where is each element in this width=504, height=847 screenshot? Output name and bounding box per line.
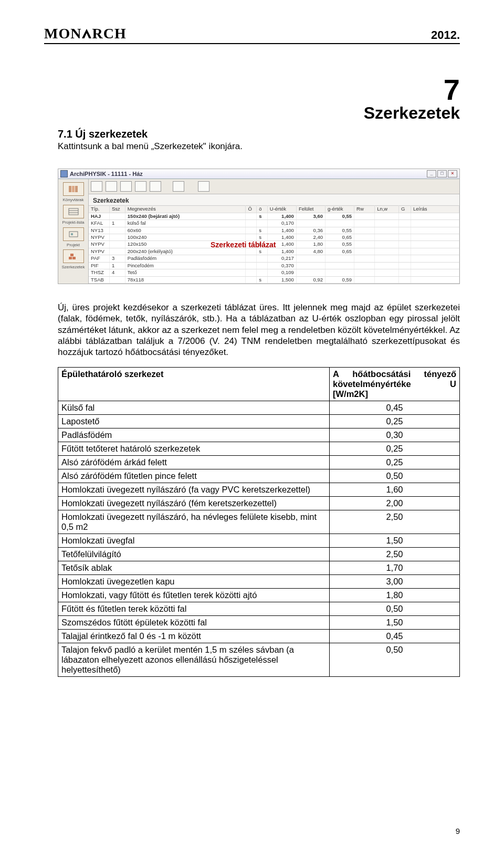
table-cell: [411, 276, 459, 283]
table-cell: NYPV: [89, 234, 109, 240]
table-row: Talajon fekvő padló a kerület mentén 1,5…: [58, 643, 460, 677]
logo: MON RCH: [44, 25, 127, 42]
table-cell: 0,55: [326, 241, 354, 248]
table-cell: [411, 269, 459, 276]
col-header[interactable]: Leírás: [411, 206, 459, 213]
sidebar-label: Projekt-lista: [62, 221, 85, 225]
table-row[interactable]: KFAL1külső fal0,170: [89, 220, 459, 227]
col-header[interactable]: G: [399, 206, 411, 213]
table-row: Fűtött és fűtetlen terek közötti fal0,50: [58, 602, 460, 616]
table-cell: s: [257, 227, 268, 234]
col-header[interactable]: Ö: [246, 206, 257, 213]
req-name-cell: Padlásfödém: [58, 428, 330, 442]
toolbar-open-button[interactable]: [120, 181, 132, 192]
table-cell: [399, 213, 411, 219]
col-header[interactable]: Ssz: [109, 206, 125, 213]
table-cell: 0,370: [267, 262, 296, 269]
table-cell: 0,92: [296, 276, 325, 283]
req-name-cell: Alsó zárófödém árkád felett: [58, 456, 330, 469]
table-cell: [375, 227, 399, 234]
table-cell: 1,400: [267, 213, 296, 219]
col-header[interactable]: Típ.: [89, 206, 109, 213]
sidebar-item-projekt[interactable]: [63, 227, 84, 241]
req-value-cell: 3,00: [330, 575, 460, 589]
header-year: 2012.: [431, 28, 460, 42]
chapter-title: Szerkezetek: [58, 103, 460, 123]
table-cell: [246, 255, 257, 262]
table-row: Homlokzati üvegezetlen kapu3,00: [58, 575, 460, 589]
table-cell: [399, 269, 411, 276]
req-value-cell: 2,50: [330, 510, 460, 534]
col-header[interactable]: U-érték: [267, 206, 296, 213]
close-button[interactable]: ×: [448, 170, 457, 177]
page-header: MON RCH 2012.: [44, 25, 460, 44]
table-cell: [411, 220, 459, 227]
table-cell: [354, 255, 375, 262]
logo-a-icon: [81, 28, 92, 39]
col-header[interactable]: Ln,w: [375, 206, 399, 213]
table-row: Homlokzati, vagy fűtött és fűtetlen tere…: [58, 589, 460, 602]
table-cell: PIF: [89, 262, 109, 269]
toolbar-print-button[interactable]: [135, 181, 146, 192]
minimize-button[interactable]: _: [427, 170, 436, 177]
table-row[interactable]: HAJ150x240 (bejárati ajtó)s1,4003,600,55: [89, 213, 459, 219]
req-name-cell: Külső fal: [58, 401, 330, 415]
table-row: Alsó zárófödém árkád felett0,25: [58, 456, 460, 469]
col-header[interactable]: g-érték: [326, 206, 354, 213]
table-row[interactable]: NYPV100x240s1,4002,400,65: [89, 234, 459, 240]
table-row[interactable]: PAF3Padlásfödém0,217: [89, 255, 459, 262]
table-cell: 0,59: [326, 276, 354, 283]
table-row[interactable]: THSZ4Tető0,109: [89, 269, 459, 276]
app-screenshot: ArchiPHYSIK - 11111 - Ház _ □ × Könyvtár…: [58, 169, 460, 284]
table-cell: [375, 248, 399, 255]
toolbar-new-button[interactable]: [106, 181, 117, 192]
table-cell: [354, 262, 375, 269]
sidebar-item-szerkezetek[interactable]: [63, 249, 84, 263]
table-cell: [109, 213, 125, 219]
table-row[interactable]: PIF1Pincefödém0,370: [89, 262, 459, 269]
table-row[interactable]: NYPV200x240 (erkélyajtó)s1,4004,800,65: [89, 248, 459, 255]
sidebar-item-konyvtarak[interactable]: [63, 182, 84, 196]
svg-rect-2: [75, 186, 78, 192]
table-cell: [399, 220, 411, 227]
toolbar-exit-button[interactable]: [173, 181, 184, 192]
toolbar-info-button[interactable]: [91, 181, 102, 192]
table-cell: [399, 234, 411, 240]
col-header[interactable]: Rw: [354, 206, 375, 213]
col-header[interactable]: Felület: [296, 206, 325, 213]
col-header[interactable]: ö: [257, 206, 268, 213]
table-cell: HAJ: [89, 213, 109, 219]
req-value-cell: 1,80: [330, 589, 460, 602]
req-name-cell: Fűtött tetőteret határoló szerkezetek: [58, 442, 330, 456]
table-cell: 1,400: [267, 227, 296, 234]
table-row[interactable]: NY1360x60s1,4000,360,55: [89, 227, 459, 234]
table-cell: Padlásfödém: [125, 255, 246, 262]
toolbar-copy-button[interactable]: [150, 181, 161, 192]
svg-rect-10: [70, 254, 74, 256]
table-cell: [354, 227, 375, 234]
table-cell: [375, 269, 399, 276]
logo-text-pre: MON: [44, 25, 81, 42]
table-cell: [246, 234, 257, 240]
table-cell: 150x240 (bejárati ajtó): [125, 213, 246, 219]
table-cell: [411, 241, 459, 248]
table-row[interactable]: NYPV120x150s1,4001,800,55: [89, 241, 459, 248]
svg-rect-3: [69, 208, 78, 215]
table-cell: [246, 227, 257, 234]
col-header[interactable]: Megnevezés: [125, 206, 246, 213]
table-cell: KFAL: [89, 220, 109, 227]
table-cell: [257, 269, 268, 276]
table-row[interactable]: TSAB78x118s1,5000,920,59: [89, 276, 459, 283]
req-name-cell: Alsó zárófödém fűtetlen pince felett: [58, 469, 330, 483]
sidebar-item-projektlista[interactable]: [63, 205, 84, 218]
window-title: ArchiPHYSIK - 11111 - Ház: [70, 171, 143, 177]
req-name-cell: Talajjal érintkező fal 0 és -1 m között: [58, 630, 330, 643]
maximize-button[interactable]: □: [437, 170, 447, 177]
toolbar-list-button[interactable]: [198, 181, 209, 192]
req-head-structure: Épülethatároló szerkezet: [58, 368, 330, 401]
table-cell: [411, 227, 459, 234]
req-value-cell: 0,50: [330, 643, 460, 677]
req-value-cell: 1,70: [330, 561, 460, 575]
table-cell: 1,500: [267, 276, 296, 283]
table-cell: [399, 276, 411, 283]
